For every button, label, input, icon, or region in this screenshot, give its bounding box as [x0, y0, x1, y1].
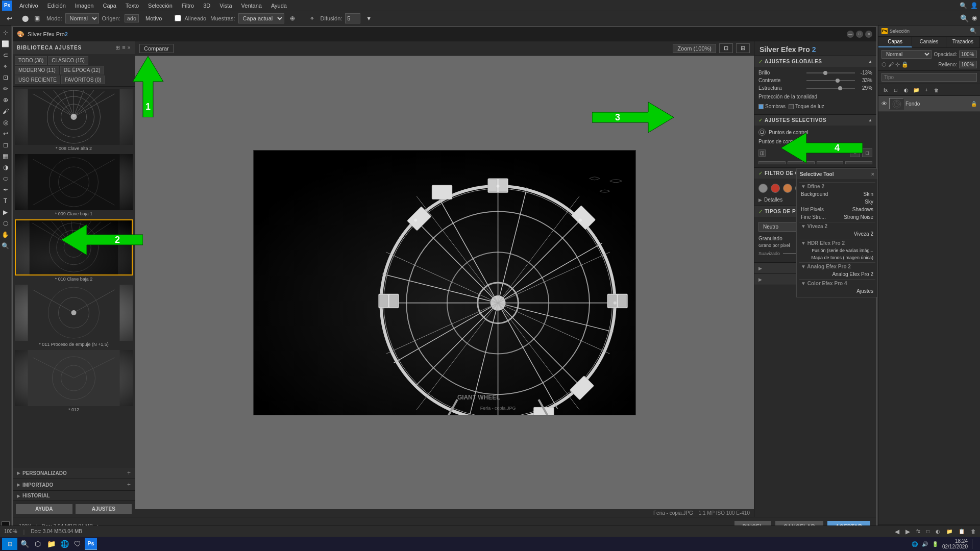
tool-lasso[interactable]: ⊂	[1, 50, 11, 60]
3d-icon[interactable]: ◉	[972, 14, 977, 22]
brightness-thumb[interactable]	[823, 71, 827, 75]
selective-adj-header[interactable]: ✓ AJUSTES SELECTIVOS ▲	[754, 115, 876, 126]
sample-icon[interactable]: ⊕	[286, 13, 299, 23]
layer-folder-btn[interactable]: 📁	[912, 86, 920, 94]
menu-capa[interactable]: Capa	[99, 2, 120, 10]
preset-thumb-011[interactable]	[15, 285, 133, 341]
mode-select[interactable]: Normal	[65, 13, 99, 23]
diffusion-arrow[interactable]: ▼	[362, 14, 375, 23]
compare-btn[interactable]: Comparar	[139, 44, 174, 53]
tab-favoritos[interactable]: FAVORITOS (0)	[61, 76, 105, 84]
structure-thumb[interactable]	[838, 86, 842, 90]
menu-imagen[interactable]: Imagen	[71, 2, 98, 10]
maximize-btn[interactable]: □	[856, 31, 863, 38]
lock-move-icon[interactable]: ⊹	[895, 61, 900, 68]
tonal-highlights-check[interactable]	[789, 104, 794, 109]
taskbar-photoshop[interactable]: Ps	[85, 538, 97, 550]
tool-brush[interactable]: 🖌	[1, 106, 11, 116]
healing-icon[interactable]: ⌖	[307, 13, 317, 23]
menu-ayuda[interactable]: Ayuda	[267, 2, 291, 10]
taskbar-taskview[interactable]: ⬡	[32, 538, 44, 550]
tool-crop[interactable]: ⊡	[1, 72, 11, 83]
tool-shape[interactable]: ⬡	[1, 218, 11, 229]
color-dot-red[interactable]	[771, 184, 780, 193]
preset-thumb-012[interactable]	[15, 350, 133, 406]
tonal-shadows-check[interactable]	[758, 104, 764, 109]
tool-zoom[interactable]: 🔍	[1, 241, 11, 251]
presets-menu-icon[interactable]: ≡	[122, 44, 125, 51]
menu-vista[interactable]: Vista	[215, 2, 236, 10]
lock-transparent-icon[interactable]: ⬡	[881, 61, 887, 68]
layer-fondo[interactable]: 👁 Fondo 🔒	[878, 96, 980, 112]
tab-layers[interactable]: Capas	[878, 37, 912, 47]
preset-012[interactable]: * 012	[15, 350, 133, 413]
structure-track[interactable]	[806, 88, 855, 89]
tool-settings[interactable]: ▣	[31, 13, 43, 23]
tab-moderno[interactable]: MODERNO (11)	[15, 66, 59, 74]
preset-011[interactable]: * 011 Proceso de empuje (N +1,5)	[15, 285, 133, 348]
menu-seleccion[interactable]: Selección	[144, 2, 177, 10]
lock-all-icon[interactable]: 🔒	[901, 61, 909, 68]
dfine2-section[interactable]: ▼ Dfine 2	[799, 182, 875, 190]
global-adj-arrow[interactable]: ▲	[868, 59, 872, 64]
status-folder[interactable]: 📁	[946, 529, 952, 534]
tool-eraser[interactable]: ◻	[1, 140, 11, 150]
taskbar-search[interactable]: 🔍	[18, 538, 31, 550]
status-adj[interactable]: ◐	[936, 529, 940, 534]
zoom-fit-btn[interactable]: ⊡	[719, 43, 733, 53]
global-adj-header[interactable]: ✓ AJUSTES GLOBALES ▲	[754, 56, 876, 67]
blend-mode-select[interactable]: Normal	[881, 50, 932, 59]
menu-filtro[interactable]: Filtro	[178, 2, 198, 10]
layer-delete-btn[interactable]: 🗑	[933, 86, 941, 94]
search-btn-right[interactable]: 🔍	[960, 14, 969, 22]
tool-wand[interactable]: ⌖	[1, 61, 11, 71]
lock-image-icon[interactable]: 🖌	[888, 61, 894, 68]
tab-depoca[interactable]: DE ÉPOCA (12)	[60, 66, 104, 74]
preset-thumb-009[interactable]	[15, 154, 133, 210]
opacity-input[interactable]	[959, 51, 977, 58]
menu-edicion[interactable]: Edición	[43, 2, 70, 10]
close-btn[interactable]: ×	[865, 31, 872, 38]
presets-close-icon[interactable]: ×	[128, 44, 131, 51]
ayuda-btn[interactable]: AYUDA	[16, 504, 72, 514]
layer-adj-btn[interactable]: ◐	[902, 86, 910, 94]
minimize-btn[interactable]: —	[847, 31, 854, 38]
status-fx[interactable]: fx	[916, 529, 920, 534]
tool-type[interactable]: T	[1, 196, 11, 206]
ajustes-btn[interactable]: AJUSTES	[76, 504, 132, 514]
status-history-prev[interactable]: ◀	[895, 528, 899, 535]
tool-history-brush[interactable]: ↩	[1, 129, 11, 139]
viveza2-section[interactable]: ▼ Viveza 2	[799, 222, 875, 230]
tab-reciente[interactable]: USO RECIENTE	[15, 76, 60, 84]
taskbar-file-explorer[interactable]: 📁	[45, 538, 57, 550]
layer-fx-btn[interactable]: fx	[881, 86, 890, 94]
status-trash[interactable]: 🗑	[971, 529, 976, 534]
status-new[interactable]: 📋	[959, 529, 965, 534]
menu-ventana[interactable]: Ventana	[237, 2, 266, 10]
tool-selector[interactable]: ↩	[3, 13, 16, 24]
hdr-section[interactable]: ▼ HDR Efex Pro 2	[799, 239, 875, 247]
type-search-input[interactable]	[881, 73, 977, 82]
motivo-btn[interactable]: Motivo	[142, 14, 165, 23]
taskbar-brave[interactable]: 🛡	[71, 538, 84, 550]
tool-blur[interactable]: ◑	[1, 162, 11, 172]
status-history-next[interactable]: ▶	[905, 528, 910, 535]
color-dot-orange[interactable]	[783, 184, 792, 193]
taskbar-show-desktop[interactable]	[972, 539, 974, 549]
presets-expand-icon[interactable]: ⊞	[115, 44, 120, 51]
user-icon[interactable]: 👤	[970, 2, 978, 9]
preset-008[interactable]: * 008 Clave alta 2	[15, 89, 133, 152]
tool-select-rect[interactable]: ⬜	[1, 39, 11, 49]
tab-channels[interactable]: Canales	[912, 37, 946, 47]
menu-3d[interactable]: 3D	[199, 2, 214, 10]
clone-brush[interactable]: ⬤	[18, 13, 29, 23]
personalizado-add[interactable]: +	[127, 469, 131, 477]
contrast-thumb[interactable]	[836, 79, 840, 83]
preset-009[interactable]: * 009 Clave baja 1	[15, 154, 133, 217]
search-icon[interactable]: 🔍	[960, 2, 967, 9]
cp-square-btn[interactable]: □	[862, 148, 872, 157]
menu-texto[interactable]: Texto	[121, 2, 143, 10]
tool-dodge[interactable]: ⬭	[1, 173, 11, 184]
tool-clone[interactable]: ◎	[1, 117, 11, 128]
tonal-highlights-btn[interactable]: Toque de luz	[789, 104, 824, 109]
